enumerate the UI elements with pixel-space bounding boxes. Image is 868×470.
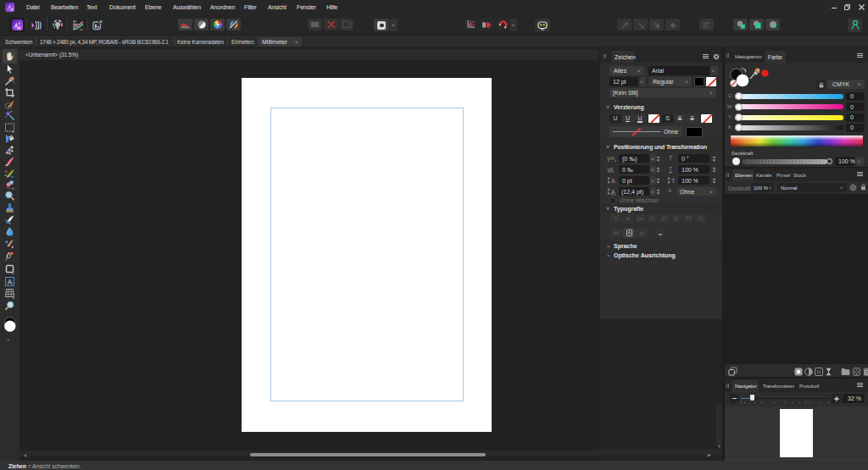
svg-text:A: A: [611, 189, 615, 195]
svg-text:A: A: [8, 278, 13, 286]
svg-text:T: T: [671, 178, 676, 184]
svg-text:VA: VA: [608, 167, 614, 172]
svg-text:fx: fx: [817, 369, 821, 374]
svg-text:V/A: V/A: [607, 156, 615, 161]
svg-text:A: A: [611, 178, 615, 184]
